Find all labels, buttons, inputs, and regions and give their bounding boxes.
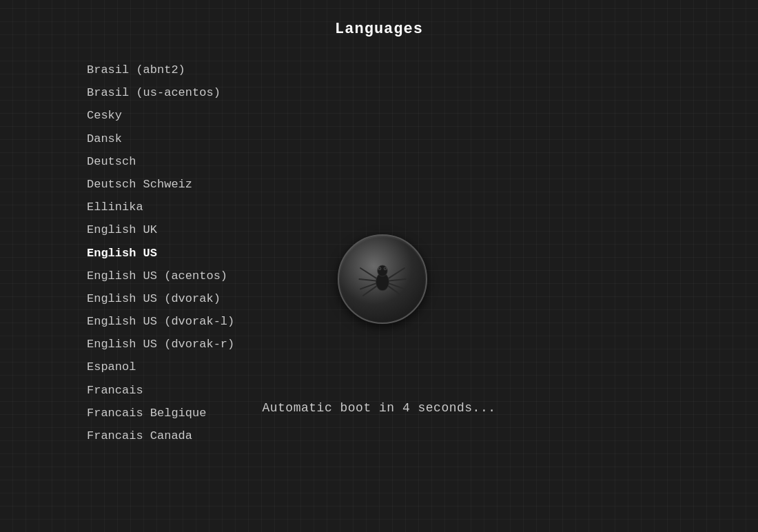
language-item[interactable]: Francais Canada bbox=[83, 424, 238, 447]
language-item[interactable]: Cesky bbox=[83, 104, 238, 127]
language-item[interactable]: Brasil (abnt2) bbox=[83, 59, 238, 81]
language-item[interactable]: Espanol bbox=[83, 356, 238, 378]
language-item[interactable]: English US bbox=[83, 242, 238, 265]
main-container: Languages Brasil (abnt2)Brasil (us-acent… bbox=[0, 0, 758, 532]
language-item[interactable]: Deutsch Schweiz bbox=[83, 173, 238, 196]
language-item[interactable]: Francais bbox=[83, 379, 238, 402]
page-title: Languages bbox=[0, 21, 758, 38]
language-item[interactable]: Dansk bbox=[83, 127, 238, 150]
language-item[interactable]: Deutsch bbox=[83, 150, 238, 173]
language-item[interactable]: English US (acentos) bbox=[83, 265, 238, 287]
language-list: Brasil (abnt2)Brasil (us-acentos)CeskyDa… bbox=[83, 59, 238, 447]
language-item[interactable]: English US (dvorak) bbox=[83, 287, 238, 310]
language-item[interactable]: Brasil (us-acentos) bbox=[83, 81, 238, 104]
language-item[interactable]: English UK bbox=[83, 218, 238, 241]
language-item[interactable]: Francais Belgique bbox=[83, 402, 238, 424]
language-item[interactable]: Ellinika bbox=[83, 196, 238, 218]
language-item[interactable]: English US (dvorak-r) bbox=[83, 333, 238, 356]
language-item[interactable]: English US (dvorak-l) bbox=[83, 310, 238, 333]
